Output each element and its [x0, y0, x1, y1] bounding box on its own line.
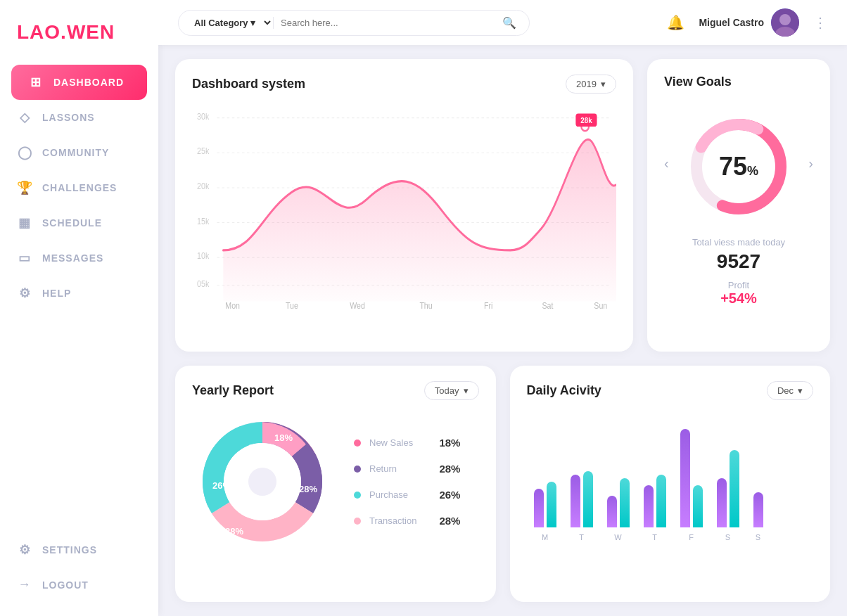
search-button[interactable]: 🔍 — [502, 16, 516, 30]
legend-dot-transaction — [354, 518, 361, 525]
legend-label-return: Return — [369, 463, 416, 474]
user-info[interactable]: Miguel Castro — [699, 8, 799, 37]
sidebar-item-challenges[interactable]: 🏆 CHALLENGES — [0, 170, 147, 205]
svg-text:Wed: Wed — [350, 301, 365, 310]
legend-value-return: 28% — [439, 463, 460, 475]
svg-text:05k: 05k — [197, 279, 209, 288]
more-options-button[interactable]: ⋮ — [813, 14, 827, 31]
legend-value-transaction: 28% — [439, 515, 460, 527]
sidebar-item-label: COMMUNITY — [42, 147, 109, 158]
legend-item-purchase: Purchase 26% — [354, 489, 460, 501]
svg-text:Sat: Sat — [542, 301, 554, 310]
daily-activity-card: Daily Acivity Dec ▾ M — [510, 366, 831, 602]
view-goals-card: View Goals ‹ 75% › Total viess made — [647, 59, 830, 352]
bar-label-t2: T — [652, 533, 657, 541]
profit-label: Profit — [664, 280, 813, 290]
notification-button[interactable]: 🔔 — [667, 14, 684, 31]
chart-title: Dashboard system — [192, 77, 305, 91]
search-bar: All Category ▾ 🔍 — [178, 10, 530, 36]
bar-s1-cyan — [730, 450, 739, 527]
svg-text:15k: 15k — [197, 217, 209, 226]
category-dropdown[interactable]: All Category ▾ — [191, 17, 274, 29]
sidebar-item-dashboard[interactable]: ⊞ DASHBOARD — [11, 65, 147, 100]
bar-label-f: F — [689, 533, 694, 541]
messages-icon: ▭ — [17, 250, 32, 266]
content: Dashboard system 2019 ▾ 30k 25k — [158, 45, 847, 616]
bar-s2-purple — [753, 492, 763, 527]
sidebar-item-schedule[interactable]: ▦ SCHEDULE — [0, 205, 147, 240]
bar-m-cyan — [547, 482, 556, 527]
goals-percent-display: 75% — [719, 152, 758, 181]
sidebar-item-label: LASSONS — [42, 112, 95, 123]
daily-header: Daily Acivity Dec ▾ — [527, 381, 814, 400]
sidebar-item-lassons[interactable]: ◇ LASSONS — [0, 100, 147, 135]
sidebar-item-label: LOGOUT — [42, 579, 89, 591]
sidebar: LAO.WEN ⊞ DASHBOARD ◇ LASSONS ◯ COMMUNIT… — [0, 0, 158, 616]
header: All Category ▾ 🔍 🔔 Miguel Castro ⋮ — [158, 0, 847, 45]
profit-value: +54% — [664, 290, 813, 307]
sidebar-item-help[interactable]: ⚙ HELP — [0, 276, 147, 311]
year-filter-button[interactable]: 2019 ▾ — [566, 75, 616, 94]
challenges-icon: 🏆 — [17, 180, 32, 195]
search-input[interactable] — [281, 18, 495, 28]
bars-container: M T — [527, 411, 814, 541]
legend-dot-return — [354, 466, 361, 473]
bar-t2-purple — [644, 485, 654, 527]
lassons-icon: ◇ — [17, 110, 32, 125]
goals-prev-button[interactable]: ‹ — [664, 155, 669, 172]
svg-text:20k: 20k — [197, 181, 209, 191]
yearly-report-card: Yearly Report Today ▾ — [175, 366, 496, 602]
legend-item-transaction: Transaction 28% — [354, 515, 460, 527]
legend-item-return: Return 28% — [354, 463, 460, 475]
bar-t1-cyan — [583, 471, 593, 527]
yearly-content: 18% 28% 28% 26% New Sales 18% — [192, 411, 479, 552]
legend-dot-new-sales — [354, 439, 361, 447]
daily-title: Daily Acivity — [527, 383, 601, 398]
bar-f-purple — [680, 429, 690, 527]
svg-text:30k: 30k — [197, 112, 209, 121]
bar-col-s2: S — [753, 492, 763, 541]
sidebar-item-logout[interactable]: → LOGOUT — [0, 567, 147, 602]
bar-label-t1: T — [579, 533, 584, 541]
dashboard-chart-card: Dashboard system 2019 ▾ 30k 25k — [175, 59, 633, 352]
bar-f-cyan — [693, 485, 703, 527]
goals-next-button[interactable]: › — [808, 155, 813, 172]
bar-col-s1: S — [717, 450, 739, 541]
bottom-row: Yearly Report Today ▾ — [175, 366, 830, 602]
yearly-legend: New Sales 18% Return 28% Purchase 26% — [354, 437, 460, 527]
yearly-header: Yearly Report Today ▾ — [192, 381, 479, 400]
bar-label-w: W — [614, 533, 621, 541]
bar-label-s2: S — [756, 533, 760, 541]
sidebar-item-label: MESSAGES — [42, 252, 103, 264]
sidebar-item-settings[interactable]: ⚙ SETTINGS — [0, 532, 147, 567]
bar-s1-purple — [717, 478, 727, 527]
legend-value-new-sales: 18% — [439, 437, 460, 449]
goals-total-label: Total viess made today — [664, 237, 813, 248]
logo: LAO.WEN — [0, 14, 158, 65]
schedule-icon: ▦ — [17, 215, 32, 231]
svg-text:10k: 10k — [197, 252, 209, 261]
bar-col-t1: T — [571, 471, 593, 541]
sidebar-item-label: SETTINGS — [42, 544, 97, 556]
svg-text:Fri: Fri — [484, 301, 492, 310]
legend-label-new-sales: New Sales — [369, 437, 416, 448]
svg-point-1 — [779, 14, 791, 25]
svg-text:18%: 18% — [274, 432, 293, 443]
sidebar-item-label: HELP — [42, 288, 71, 299]
svg-text:Sun: Sun — [594, 301, 607, 310]
legend-dot-purchase — [354, 492, 361, 499]
yearly-filter-button[interactable]: Today ▾ — [424, 381, 479, 400]
logout-icon: → — [17, 577, 32, 592]
daily-filter-button[interactable]: Dec ▾ — [767, 381, 813, 400]
sidebar-item-community[interactable]: ◯ COMMUNITY — [0, 135, 147, 170]
chart-area: 30k 25k 20k 15k 10k 05k — [192, 105, 616, 316]
svg-text:26%: 26% — [212, 480, 231, 491]
sidebar-item-messages[interactable]: ▭ MESSAGES — [0, 240, 147, 276]
user-name: Miguel Castro — [699, 17, 764, 28]
legend-value-purchase: 26% — [439, 489, 460, 501]
bar-w-cyan — [620, 478, 630, 527]
goals-stats: Total viess made today 9527 Profit +54% — [664, 237, 813, 307]
legend-item-new-sales: New Sales 18% — [354, 437, 460, 449]
svg-text:Thu: Thu — [419, 301, 432, 310]
daily-chart-area: M T — [527, 411, 814, 566]
